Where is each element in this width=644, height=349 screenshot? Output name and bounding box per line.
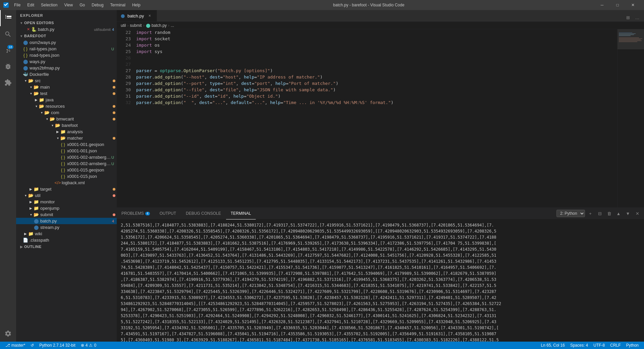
tree-java[interactable]: ▶ 📁 java: [16, 97, 117, 103]
kill-terminal-button[interactable]: 🗑: [605, 209, 613, 217]
main-layout: 18 EXPLORER ▾ OPEN EDITORS ✕ 🐍: [0, 10, 644, 342]
tree-ways2bfmap[interactable]: ⬤ ways2bfmap.py: [16, 65, 117, 71]
panel-up-button[interactable]: ▲: [614, 209, 623, 217]
terminal-label: TERMINAL: [231, 211, 251, 216]
folder-name: test: [40, 91, 113, 96]
status-sync[interactable]: ↺: [28, 342, 37, 349]
menu-file[interactable]: File: [11, 2, 23, 8]
tab-debug-console[interactable]: DEBUG CONSOLE: [181, 208, 226, 219]
folder-indicator: [113, 86, 115, 89]
tree-batch-py[interactable]: ⬤ batch.py 4: [16, 218, 117, 224]
breadcrumb: util › submit › ⬤ batch.py › ...: [117, 22, 644, 29]
breadcrumb-file[interactable]: batch.py: [152, 23, 167, 28]
add-terminal-button[interactable]: +: [586, 209, 594, 217]
tree-com[interactable]: ▾ 📂 com: [16, 109, 117, 116]
tree-monitor[interactable]: ▶ 📁 monitor: [16, 199, 117, 205]
folder-icon: 📁: [34, 206, 39, 211]
tab-output[interactable]: OUTPUT: [155, 208, 181, 219]
activity-search[interactable]: [0, 26, 16, 42]
menu-view[interactable]: View: [61, 2, 75, 8]
code-content[interactable]: import random import socket import os im…: [133, 29, 617, 207]
tree-x0001-001-geojson[interactable]: { } x0001-001.geojson: [16, 141, 117, 148]
activity-debug[interactable]: [0, 58, 16, 74]
panel-down-button[interactable]: ▼: [624, 209, 632, 217]
close-icon[interactable]: ✕: [27, 27, 30, 32]
folder-name: com: [51, 110, 113, 115]
status-line-ending[interactable]: CRLF: [607, 342, 623, 349]
menu-help[interactable]: Help: [129, 2, 143, 8]
tree-dockerfile[interactable]: 🐳 Dockerfile: [16, 71, 117, 78]
split-editor-button[interactable]: ⊞: [624, 13, 632, 21]
file-name: road-types.json: [30, 53, 117, 58]
breadcrumb-util[interactable]: util: [121, 23, 126, 28]
terminal-select[interactable]: 2: Python: [556, 210, 585, 217]
activity-explorer[interactable]: [0, 10, 16, 26]
status-spaces[interactable]: Spaces: 4: [568, 342, 591, 349]
activity-scm[interactable]: 18: [0, 42, 16, 58]
menu-edit[interactable]: Edit: [24, 2, 37, 8]
status-python[interactable]: Python 2.7.14 32-bit: [37, 342, 78, 349]
tree-src[interactable]: ▾ 📂 src: [16, 78, 117, 84]
tree-main[interactable]: ▾ 📂 main: [16, 84, 117, 90]
minimize-button[interactable]: ─: [594, 0, 610, 10]
activity-extensions[interactable]: [0, 74, 16, 91]
status-branch[interactable]: ⎇ master*: [3, 342, 28, 349]
status-errors[interactable]: ⊗ 4 ⚠ 0: [78, 342, 99, 349]
breadcrumb-submit[interactable]: submit: [130, 23, 142, 28]
maximize-button[interactable]: □: [610, 0, 625, 10]
tree-x0001-015-json[interactable]: { } x0001-015.json: [16, 173, 117, 180]
tree-wiki[interactable]: ▶ 📁 wiki: [16, 231, 117, 237]
tree-barefoot-folder[interactable]: ▾ 📂 barefoot: [16, 122, 117, 129]
tree-osm2ways[interactable]: ⬤ osm2ways.py: [16, 39, 117, 46]
folder-icon: 📂: [50, 116, 55, 121]
status-language[interactable]: Python: [624, 342, 641, 349]
warning-icon: ⚠: [89, 343, 93, 348]
panel-close-button[interactable]: ✕: [633, 209, 641, 217]
tab-problems[interactable]: PROBLEMS 4: [117, 208, 155, 219]
open-editor-batch-py[interactable]: ✕ 🐍 batch.py util\submit 4: [16, 26, 117, 33]
more-button[interactable]: …: [633, 13, 641, 21]
split-terminal-button[interactable]: ⊟: [596, 209, 604, 217]
breadcrumb-icon: ⬤: [146, 23, 150, 28]
tree-ways-py[interactable]: ⬤ ways.py: [16, 58, 117, 65]
close-button[interactable]: ✕: [625, 0, 641, 10]
menu-terminal[interactable]: Terminal: [108, 2, 128, 8]
tree-x0001-001-json[interactable]: { } x0001-001.json: [16, 148, 117, 154]
titlebar-menu[interactable]: File Edit Selection View Go Debug Termin…: [11, 2, 143, 8]
tree-test[interactable]: ▾ 📂 test: [16, 90, 117, 97]
tree-analysis[interactable]: ▶ 📁 analysis: [16, 129, 117, 135]
tab-batch-py[interactable]: ⬤ batch.py ×: [117, 10, 157, 21]
section-outline[interactable]: ▶ OUTLINE: [16, 243, 117, 250]
breadcrumb-more[interactable]: ...: [171, 23, 174, 28]
tab-terminal[interactable]: TERMINAL: [226, 208, 256, 219]
menu-selection[interactable]: Selection: [38, 2, 60, 8]
tab-close-button[interactable]: ×: [147, 13, 153, 19]
tree-submit[interactable]: ▾ 📂 submit: [16, 211, 117, 218]
menu-debug[interactable]: Debug: [89, 2, 106, 8]
tree-util[interactable]: ▾ 📂 util: [16, 192, 117, 199]
tree-rail-types-json[interactable]: { } rail-types.json U: [16, 46, 117, 52]
status-ln-col[interactable]: Ln 65, Col 16: [538, 342, 568, 349]
tree-stream-py[interactable]: ⬤ stream.py: [16, 224, 117, 231]
tree-target[interactable]: ▶ 📁 target: [16, 186, 117, 192]
status-encoding[interactable]: UTF-8: [591, 342, 607, 349]
tree-logback[interactable]: </> logback.xml: [16, 180, 117, 186]
tree-matcher[interactable]: ▾ 📂 matcher: [16, 135, 117, 141]
menu-go[interactable]: Go: [77, 2, 88, 8]
tree-road-types-json[interactable]: { } road-types.json: [16, 52, 117, 58]
tree-x0001-015-geojson[interactable]: { } x0001-015.geojson: [16, 167, 117, 173]
tree-bmwcarit[interactable]: ▾ 📂 bmwcarit: [16, 116, 117, 122]
window-controls[interactable]: ─ □ ✕: [594, 0, 641, 10]
tree-x0001-002-arnsberg-geojson[interactable]: { } x0001-002-arnsberg.geojson U: [16, 154, 117, 160]
terminal-content[interactable]: 2,51.5387516],[7.4184877,51.5383883],[7.…: [117, 219, 644, 342]
tree-x0001-002-arnsberg-json[interactable]: { } x0001-002-arnsberg.json U: [16, 160, 117, 167]
tree-resources[interactable]: ▾ 📂 resources: [16, 103, 117, 109]
file-name: x0001-015.json: [67, 174, 117, 179]
section-barefoot[interactable]: ▾ BAREFOOT: [16, 33, 117, 39]
docker-icon: 🐳: [23, 72, 28, 77]
tree-openjump[interactable]: ▶ 📁 openjump: [16, 205, 117, 211]
activity-settings[interactable]: [0, 326, 16, 342]
section-open-editors[interactable]: ▾ OPEN EDITORS: [16, 19, 117, 26]
folder-icon: 📂: [34, 91, 39, 96]
tree-classpath[interactable]: 📄 .classpath: [16, 237, 117, 243]
